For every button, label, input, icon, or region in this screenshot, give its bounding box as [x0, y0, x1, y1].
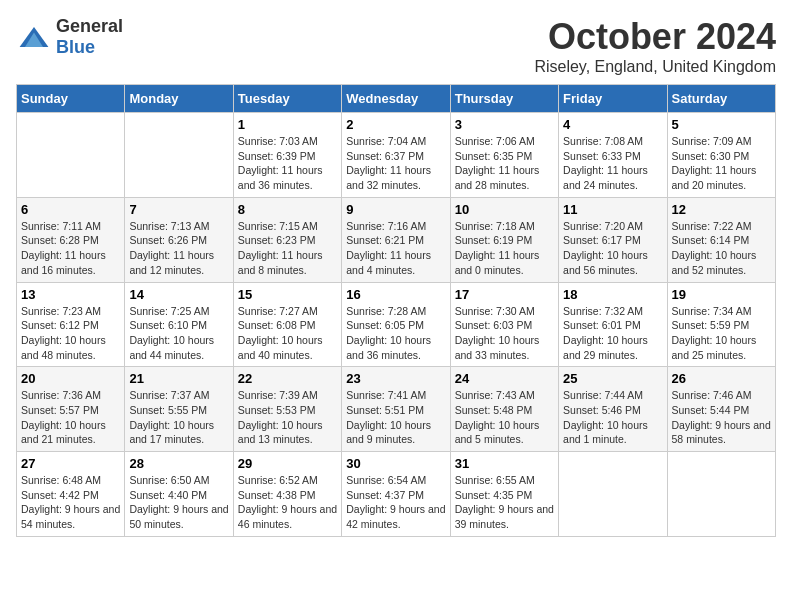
day-cell: 20Sunrise: 7:36 AMSunset: 5:57 PMDayligh… — [17, 367, 125, 452]
day-number: 16 — [346, 287, 445, 302]
day-cell: 2Sunrise: 7:04 AMSunset: 6:37 PMDaylight… — [342, 113, 450, 198]
day-info: Sunrise: 7:20 AMSunset: 6:17 PMDaylight:… — [563, 219, 662, 278]
day-info: Sunrise: 7:06 AMSunset: 6:35 PMDaylight:… — [455, 134, 554, 193]
day-info: Sunrise: 7:30 AMSunset: 6:03 PMDaylight:… — [455, 304, 554, 363]
day-cell: 6Sunrise: 7:11 AMSunset: 6:28 PMDaylight… — [17, 197, 125, 282]
logo-general: General — [56, 16, 123, 36]
day-cell: 11Sunrise: 7:20 AMSunset: 6:17 PMDayligh… — [559, 197, 667, 282]
day-cell: 10Sunrise: 7:18 AMSunset: 6:19 PMDayligh… — [450, 197, 558, 282]
day-info: Sunrise: 6:48 AMSunset: 4:42 PMDaylight:… — [21, 473, 120, 532]
day-info: Sunrise: 6:55 AMSunset: 4:35 PMDaylight:… — [455, 473, 554, 532]
day-number: 19 — [672, 287, 771, 302]
day-info: Sunrise: 7:16 AMSunset: 6:21 PMDaylight:… — [346, 219, 445, 278]
month-title: October 2024 — [534, 16, 776, 58]
day-cell: 25Sunrise: 7:44 AMSunset: 5:46 PMDayligh… — [559, 367, 667, 452]
day-number: 23 — [346, 371, 445, 386]
day-cell: 17Sunrise: 7:30 AMSunset: 6:03 PMDayligh… — [450, 282, 558, 367]
weekday-header-friday: Friday — [559, 85, 667, 113]
day-number: 17 — [455, 287, 554, 302]
day-info: Sunrise: 7:15 AMSunset: 6:23 PMDaylight:… — [238, 219, 337, 278]
day-number: 24 — [455, 371, 554, 386]
day-cell: 12Sunrise: 7:22 AMSunset: 6:14 PMDayligh… — [667, 197, 775, 282]
day-number: 3 — [455, 117, 554, 132]
logo: General Blue — [16, 16, 123, 58]
day-cell: 5Sunrise: 7:09 AMSunset: 6:30 PMDaylight… — [667, 113, 775, 198]
day-number: 14 — [129, 287, 228, 302]
day-info: Sunrise: 7:25 AMSunset: 6:10 PMDaylight:… — [129, 304, 228, 363]
day-info: Sunrise: 7:04 AMSunset: 6:37 PMDaylight:… — [346, 134, 445, 193]
weekday-header-sunday: Sunday — [17, 85, 125, 113]
week-row-4: 20Sunrise: 7:36 AMSunset: 5:57 PMDayligh… — [17, 367, 776, 452]
day-number: 9 — [346, 202, 445, 217]
day-number: 5 — [672, 117, 771, 132]
day-cell: 18Sunrise: 7:32 AMSunset: 6:01 PMDayligh… — [559, 282, 667, 367]
day-info: Sunrise: 7:41 AMSunset: 5:51 PMDaylight:… — [346, 388, 445, 447]
day-info: Sunrise: 7:11 AMSunset: 6:28 PMDaylight:… — [21, 219, 120, 278]
day-cell: 15Sunrise: 7:27 AMSunset: 6:08 PMDayligh… — [233, 282, 341, 367]
day-number: 27 — [21, 456, 120, 471]
day-cell: 4Sunrise: 7:08 AMSunset: 6:33 PMDaylight… — [559, 113, 667, 198]
day-cell: 30Sunrise: 6:54 AMSunset: 4:37 PMDayligh… — [342, 452, 450, 537]
day-cell: 14Sunrise: 7:25 AMSunset: 6:10 PMDayligh… — [125, 282, 233, 367]
day-info: Sunrise: 7:27 AMSunset: 6:08 PMDaylight:… — [238, 304, 337, 363]
day-cell: 24Sunrise: 7:43 AMSunset: 5:48 PMDayligh… — [450, 367, 558, 452]
week-row-2: 6Sunrise: 7:11 AMSunset: 6:28 PMDaylight… — [17, 197, 776, 282]
day-cell: 21Sunrise: 7:37 AMSunset: 5:55 PMDayligh… — [125, 367, 233, 452]
logo-icon — [16, 23, 52, 51]
day-cell: 3Sunrise: 7:06 AMSunset: 6:35 PMDaylight… — [450, 113, 558, 198]
day-number: 2 — [346, 117, 445, 132]
day-number: 12 — [672, 202, 771, 217]
day-info: Sunrise: 7:44 AMSunset: 5:46 PMDaylight:… — [563, 388, 662, 447]
day-number: 20 — [21, 371, 120, 386]
day-number: 30 — [346, 456, 445, 471]
day-cell — [17, 113, 125, 198]
day-info: Sunrise: 7:23 AMSunset: 6:12 PMDaylight:… — [21, 304, 120, 363]
day-info: Sunrise: 7:13 AMSunset: 6:26 PMDaylight:… — [129, 219, 228, 278]
day-number: 1 — [238, 117, 337, 132]
day-info: Sunrise: 7:39 AMSunset: 5:53 PMDaylight:… — [238, 388, 337, 447]
day-cell: 26Sunrise: 7:46 AMSunset: 5:44 PMDayligh… — [667, 367, 775, 452]
day-number: 18 — [563, 287, 662, 302]
week-row-3: 13Sunrise: 7:23 AMSunset: 6:12 PMDayligh… — [17, 282, 776, 367]
day-cell: 23Sunrise: 7:41 AMSunset: 5:51 PMDayligh… — [342, 367, 450, 452]
day-cell: 31Sunrise: 6:55 AMSunset: 4:35 PMDayligh… — [450, 452, 558, 537]
day-info: Sunrise: 7:09 AMSunset: 6:30 PMDaylight:… — [672, 134, 771, 193]
calendar-table: SundayMondayTuesdayWednesdayThursdayFrid… — [16, 84, 776, 537]
day-number: 26 — [672, 371, 771, 386]
logo-blue: Blue — [56, 37, 95, 57]
weekday-header-tuesday: Tuesday — [233, 85, 341, 113]
day-cell — [667, 452, 775, 537]
day-cell: 19Sunrise: 7:34 AMSunset: 5:59 PMDayligh… — [667, 282, 775, 367]
day-info: Sunrise: 7:37 AMSunset: 5:55 PMDaylight:… — [129, 388, 228, 447]
day-cell: 1Sunrise: 7:03 AMSunset: 6:39 PMDaylight… — [233, 113, 341, 198]
weekday-header-thursday: Thursday — [450, 85, 558, 113]
day-cell: 28Sunrise: 6:50 AMSunset: 4:40 PMDayligh… — [125, 452, 233, 537]
day-info: Sunrise: 7:28 AMSunset: 6:05 PMDaylight:… — [346, 304, 445, 363]
day-cell: 27Sunrise: 6:48 AMSunset: 4:42 PMDayligh… — [17, 452, 125, 537]
day-info: Sunrise: 7:18 AMSunset: 6:19 PMDaylight:… — [455, 219, 554, 278]
week-row-1: 1Sunrise: 7:03 AMSunset: 6:39 PMDaylight… — [17, 113, 776, 198]
weekday-header-row: SundayMondayTuesdayWednesdayThursdayFrid… — [17, 85, 776, 113]
day-info: Sunrise: 7:34 AMSunset: 5:59 PMDaylight:… — [672, 304, 771, 363]
weekday-header-monday: Monday — [125, 85, 233, 113]
day-number: 29 — [238, 456, 337, 471]
day-cell: 16Sunrise: 7:28 AMSunset: 6:05 PMDayligh… — [342, 282, 450, 367]
day-info: Sunrise: 7:22 AMSunset: 6:14 PMDaylight:… — [672, 219, 771, 278]
day-info: Sunrise: 7:43 AMSunset: 5:48 PMDaylight:… — [455, 388, 554, 447]
day-number: 7 — [129, 202, 228, 217]
day-info: Sunrise: 7:46 AMSunset: 5:44 PMDaylight:… — [672, 388, 771, 447]
day-number: 4 — [563, 117, 662, 132]
day-info: Sunrise: 7:32 AMSunset: 6:01 PMDaylight:… — [563, 304, 662, 363]
day-info: Sunrise: 6:54 AMSunset: 4:37 PMDaylight:… — [346, 473, 445, 532]
day-cell: 8Sunrise: 7:15 AMSunset: 6:23 PMDaylight… — [233, 197, 341, 282]
day-number: 28 — [129, 456, 228, 471]
day-number: 8 — [238, 202, 337, 217]
location: Riseley, England, United Kingdom — [534, 58, 776, 76]
day-number: 21 — [129, 371, 228, 386]
day-number: 6 — [21, 202, 120, 217]
day-number: 31 — [455, 456, 554, 471]
day-cell: 22Sunrise: 7:39 AMSunset: 5:53 PMDayligh… — [233, 367, 341, 452]
day-info: Sunrise: 7:36 AMSunset: 5:57 PMDaylight:… — [21, 388, 120, 447]
weekday-header-saturday: Saturday — [667, 85, 775, 113]
day-cell: 13Sunrise: 7:23 AMSunset: 6:12 PMDayligh… — [17, 282, 125, 367]
